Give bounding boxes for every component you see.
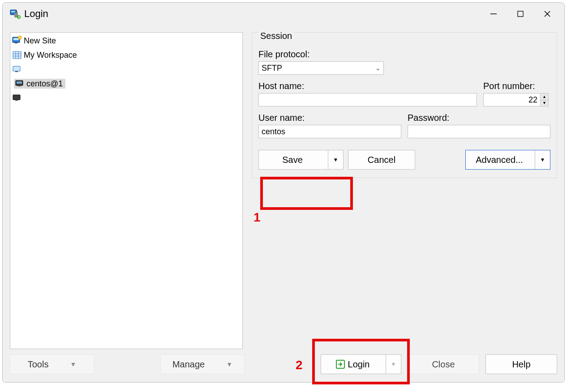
login-button[interactable]: Login ▼ <box>321 354 401 374</box>
left-panel: New Site My Workspace <box>10 32 243 349</box>
spin-down-icon[interactable]: ▼ <box>541 100 548 107</box>
caret-down-icon[interactable]: ▼ <box>328 150 343 169</box>
spin-up-icon[interactable]: ▲ <box>541 94 548 100</box>
advanced-button-label: Advanced... <box>476 155 523 165</box>
chevron-down-icon: ⌄ <box>375 64 381 72</box>
svg-rect-19 <box>15 71 18 72</box>
site-item-redacted-2[interactable] <box>10 91 242 105</box>
tools-button[interactable]: Tools ▼ <box>10 354 94 374</box>
caret-down-icon: ▼ <box>226 361 232 368</box>
window-title: Login <box>24 8 48 20</box>
svg-rect-24 <box>15 100 18 101</box>
app-icon <box>10 9 21 19</box>
site-item-redacted-1[interactable] <box>10 62 242 77</box>
caret-down-icon[interactable]: ▼ <box>535 150 550 169</box>
site-item-selected[interactable]: centos@1 <box>12 77 129 91</box>
dialog-content: New Site My Workspace <box>3 25 564 349</box>
save-button[interactable]: Save ▼ <box>258 150 344 170</box>
password-input[interactable] <box>408 125 550 138</box>
password-label: Password: <box>408 113 550 123</box>
maximize-button[interactable] <box>507 3 534 25</box>
close-dialog-button[interactable]: Close <box>408 354 479 374</box>
svg-point-11 <box>18 36 21 39</box>
svg-rect-10 <box>15 43 17 43</box>
host-name-input[interactable] <box>258 93 477 107</box>
site-list[interactable]: New Site My Workspace <box>10 32 243 349</box>
monitor-icon <box>12 93 22 103</box>
port-input[interactable] <box>483 93 541 107</box>
session-group: Session File protocol: SFTP ⌄ Host name: <box>252 32 557 178</box>
monitor-new-icon <box>12 36 22 46</box>
caret-down-icon: ▼ <box>70 361 76 368</box>
port-label: Port number: <box>483 81 550 91</box>
manage-button[interactable]: Manage ▼ <box>160 354 245 374</box>
site-item-new[interactable]: New Site <box>10 34 242 48</box>
advanced-button[interactable]: Advanced... ▼ <box>465 150 550 170</box>
manage-button-label: Manage <box>172 359 205 370</box>
right-panel: Session File protocol: SFTP ⌄ Host name: <box>252 32 557 349</box>
monitor-icon <box>12 64 22 74</box>
help-button-label: Help <box>512 359 530 370</box>
file-protocol-label: File protocol: <box>258 49 384 60</box>
username-input[interactable] <box>258 125 401 138</box>
login-icon <box>335 359 345 369</box>
session-group-title: Session <box>258 31 294 41</box>
cancel-button-label: Cancel <box>368 155 395 165</box>
file-protocol-value: SFTP <box>262 64 282 73</box>
titlebar: Login <box>3 3 564 25</box>
host-name-label: Host name: <box>258 81 477 91</box>
svg-rect-22 <box>18 85 21 86</box>
svg-rect-5 <box>518 11 523 17</box>
site-item-workspace[interactable]: My Workspace <box>10 48 242 62</box>
svg-rect-18 <box>13 66 20 71</box>
annotation-label-2: 2 <box>296 358 303 372</box>
svg-rect-21 <box>17 81 22 84</box>
login-dialog: Login New Site <box>2 2 565 383</box>
caret-down-icon[interactable]: ▼ <box>386 355 401 374</box>
port-spinner[interactable]: ▲ ▼ <box>541 93 549 107</box>
workspace-icon <box>12 50 22 60</box>
site-item-label: My Workspace <box>24 51 77 60</box>
annotation-label-1: 1 <box>253 210 261 225</box>
save-button-label: Save <box>282 155 303 165</box>
tools-button-label: Tools <box>28 359 49 370</box>
site-item-label: centos@1 <box>26 79 63 89</box>
monitor-icon <box>15 79 25 89</box>
login-button-label: Login <box>348 359 370 370</box>
username-label: User name: <box>258 113 401 123</box>
close-button[interactable] <box>534 3 561 25</box>
close-button-label: Close <box>432 359 455 370</box>
minimize-button[interactable] <box>480 3 507 25</box>
site-item-label: New Site <box>24 36 56 46</box>
bottom-bar: Tools ▼ Manage ▼ Login ▼ Close Help <box>3 349 564 382</box>
file-protocol-select[interactable]: SFTP ⌄ <box>258 61 384 75</box>
help-button[interactable]: Help <box>485 354 557 374</box>
cancel-button[interactable]: Cancel <box>348 150 415 170</box>
svg-rect-23 <box>13 95 20 100</box>
